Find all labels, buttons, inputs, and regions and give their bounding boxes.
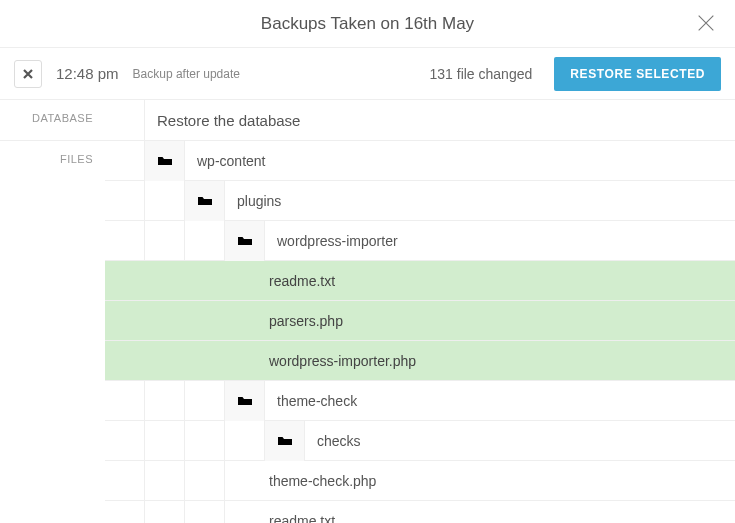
folder-closed-icon [277,434,293,448]
check-icon [237,273,253,289]
dialog-header: Backups Taken on 16th May [0,0,735,48]
tree-item-label[interactable]: wp-content [185,153,735,169]
tree-item-label[interactable]: wordpress-importer.php [265,353,735,369]
tree-item-label[interactable]: parsers.php [265,313,735,329]
close-button[interactable] [695,12,719,36]
tree-row-wp-content: wp-content [105,141,735,181]
check-icon [117,112,133,128]
tree-row-readme-txt: readme.txt [105,261,735,301]
tree-item-label[interactable]: wordpress-importer [265,233,735,249]
tree-item-label[interactable]: checks [305,433,735,449]
check-icon [237,473,253,489]
folder-open-icon [237,234,253,248]
check-icon [237,433,253,449]
restore-selected-button[interactable]: RESTORE SELECTED [554,57,721,91]
tree-expand-toggle[interactable] [145,141,185,181]
tree-checkbox[interactable] [145,181,185,221]
database-section: DATABASE Restore the database [0,100,735,141]
folder-open-icon [237,394,253,408]
tree-checkbox[interactable] [105,141,145,181]
backup-label: Backup after update [133,67,240,81]
toolbar: 12:48 pm Backup after update 131 file ch… [0,48,735,100]
tree-expand-toggle[interactable] [225,381,265,421]
folder-open-icon [157,154,173,168]
tree-row-theme-check: theme-check [105,381,735,421]
database-section-label: DATABASE [0,100,105,140]
check-icon [237,513,253,523]
tree-checkbox[interactable] [185,381,225,421]
files-section-label: FILES [0,141,105,523]
database-checkbox[interactable] [105,100,145,140]
tree-row-theme-check-php: theme-check.php [105,461,735,501]
tree-item-label[interactable]: theme-check [265,393,735,409]
close-icon [695,12,717,34]
tree-row-wordpress-importer: wordpress-importer [105,221,735,261]
check-icon [197,393,213,409]
check-icon [237,353,253,369]
check-icon [117,153,133,169]
check-icon [197,233,213,249]
tree-checkbox[interactable] [225,261,265,301]
dialog-title: Backups Taken on 16th May [261,14,474,34]
tree-expand-toggle[interactable] [225,221,265,261]
tree-checkbox[interactable] [225,421,265,461]
check-icon [157,193,173,209]
tree-checkbox[interactable] [185,221,225,261]
backup-time: 12:48 pm [56,65,119,82]
tree-checkbox[interactable] [225,501,265,523]
folder-open-icon [197,194,213,208]
tree-checkbox[interactable] [225,301,265,341]
check-icon [237,313,253,329]
tree-expand-toggle[interactable] [265,421,305,461]
tree-checkbox[interactable] [225,341,265,381]
tree-item-label[interactable]: readme.txt [265,273,735,289]
tree-row-parsers-php: parsers.php [105,301,735,341]
files-changed-count: 131 file changed [430,66,533,82]
database-restore-label: Restore the database [145,112,300,129]
tree-row-readme-txt-2: readme.txt [105,501,735,523]
tree-item-label[interactable]: plugins [225,193,735,209]
file-tree: wp-content plugins wordpress-importer [105,141,735,523]
tree-row-checks: checks [105,421,735,461]
x-icon [23,69,33,79]
tree-item-label[interactable]: theme-check.php [265,473,735,489]
tree-row-wordpress-importer-php: wordpress-importer.php [105,341,735,381]
cancel-button[interactable] [14,60,42,88]
tree-expand-toggle[interactable] [185,181,225,221]
tree-item-label[interactable]: readme.txt [265,513,735,523]
tree-row-plugins: plugins [105,181,735,221]
tree-checkbox[interactable] [225,461,265,501]
database-row: Restore the database [105,100,735,140]
files-section: FILES wp-content plugins [0,141,735,523]
